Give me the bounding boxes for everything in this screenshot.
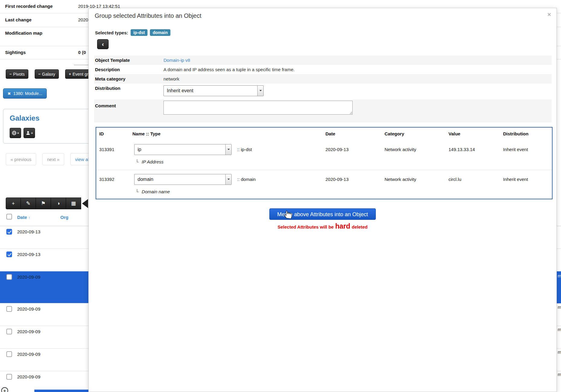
field-label: Object Template bbox=[95, 58, 130, 63]
date-header-label: Date bbox=[17, 215, 27, 220]
id-header: ID bbox=[99, 131, 104, 136]
hard-delete-warning: Selected Attributes will be hard deleted bbox=[89, 222, 556, 230]
edit-icon: ✎ bbox=[26, 200, 30, 207]
attribute-name-value: ip bbox=[138, 147, 141, 152]
group-attributes-modal: Group selected Attributes into an Object… bbox=[88, 8, 557, 392]
row-checkbox[interactable] bbox=[6, 251, 12, 257]
add-icon: + bbox=[12, 201, 15, 207]
org-column-header[interactable]: Org bbox=[60, 215, 68, 220]
org-text-sliver: m bbox=[558, 327, 561, 332]
tree-corner-icon: └ bbox=[135, 189, 139, 194]
field-label: Distribution bbox=[95, 86, 120, 91]
attribute-type-suffix: :: ip-dst bbox=[237, 147, 252, 152]
field-distribution: Distribution Inherit event bbox=[94, 84, 552, 100]
galaxies-title: Galaxies bbox=[10, 114, 40, 122]
previous-page-button[interactable]: « previous bbox=[6, 153, 36, 165]
date-column-header[interactable]: Date ↑ bbox=[17, 215, 30, 220]
close-icon[interactable]: × bbox=[547, 11, 551, 17]
category-header: Category bbox=[385, 131, 404, 136]
row-date: 2020-09-13 bbox=[17, 229, 40, 234]
comment-textarea[interactable] bbox=[163, 101, 353, 115]
select-all-checkbox[interactable] bbox=[6, 214, 12, 220]
type-badge-ip-dst: ip-dst bbox=[131, 29, 147, 36]
attributes-table-header: ID Name :: Type Date Category Value Dist… bbox=[96, 128, 552, 140]
type-badge-domain: domain bbox=[150, 29, 170, 36]
attribute-distribution: Inherit event bbox=[503, 147, 528, 152]
row-date: 2020-09-09 bbox=[17, 352, 40, 357]
add-local-galaxy-button[interactable]: + bbox=[24, 128, 35, 138]
row-checkbox[interactable] bbox=[6, 329, 12, 334]
minus-icon: − bbox=[9, 72, 12, 76]
info-label: Sightings bbox=[5, 50, 26, 55]
field-value: network bbox=[163, 76, 179, 81]
attribute-date: 2020-09-13 bbox=[325, 147, 349, 152]
next-page-button[interactable]: next » bbox=[42, 153, 64, 165]
attribute-name-select[interactable]: ip bbox=[134, 144, 232, 155]
add-attribute-inline-button[interactable]: + bbox=[1, 387, 8, 392]
close-icon[interactable]: ✖ bbox=[8, 91, 11, 96]
add-attribute-button[interactable]: + bbox=[6, 198, 21, 209]
org-text-sliver: m bbox=[558, 305, 561, 310]
row-checkbox[interactable] bbox=[6, 351, 12, 357]
field-value: A domain and IP address seen as a tuple … bbox=[163, 67, 295, 72]
person-icon bbox=[26, 131, 30, 135]
plus-icon: + bbox=[31, 131, 33, 135]
field-comment: Comment bbox=[94, 100, 552, 122]
attribute-description-text: IP Address bbox=[142, 159, 163, 164]
row-checkbox[interactable] bbox=[6, 274, 12, 280]
attribute-name-value: domain bbox=[138, 177, 153, 182]
pivot-module-pill[interactable]: ✖ 1380: Module... bbox=[3, 88, 47, 99]
attribute-distribution: Inherit event bbox=[503, 177, 528, 182]
merge-button-row: Merge above Attributes into an Object bbox=[89, 208, 556, 220]
info-label: Last change bbox=[5, 17, 32, 22]
org-text-sliver: m bbox=[558, 273, 561, 278]
attribute-value: 149.13.33.14 bbox=[448, 147, 475, 152]
attribute-category: Network activity bbox=[385, 177, 416, 182]
chevron-down-icon[interactable] bbox=[225, 144, 231, 155]
pivot-module-label: 1380: Module... bbox=[13, 91, 43, 96]
attribute-id: 313392 bbox=[99, 177, 114, 182]
sort-arrow-icon: ↑ bbox=[28, 215, 30, 220]
back-button[interactable]: ‹ bbox=[97, 39, 109, 49]
attribute-date: 2020-09-13 bbox=[325, 177, 349, 182]
minus-icon: − bbox=[38, 72, 41, 76]
globe-icon bbox=[12, 131, 17, 135]
chevron-down-icon[interactable] bbox=[225, 174, 231, 185]
tag-attribute-button[interactable]: ⚑ bbox=[36, 198, 51, 209]
object-template-link[interactable]: Domain-ip v8 bbox=[163, 58, 190, 63]
chevron-down-icon[interactable] bbox=[257, 86, 263, 96]
selected-row-edge bbox=[34, 390, 88, 392]
row-checkbox[interactable] bbox=[6, 374, 12, 380]
warning-emphasis: hard bbox=[335, 222, 350, 230]
row-date: 2020-09-09 bbox=[17, 329, 40, 334]
info-label: Modification map bbox=[5, 30, 42, 36]
gallery-button[interactable]: ▦ bbox=[66, 198, 81, 209]
edit-attribute-button[interactable]: ✎ bbox=[21, 198, 36, 209]
org-text-sliver: m bbox=[558, 349, 561, 355]
info-value: 0 (0 bbox=[78, 50, 86, 55]
galaxy-toggle-button[interactable]: − Galaxy bbox=[35, 69, 59, 79]
plus-icon: + bbox=[17, 131, 19, 135]
row-checkbox[interactable] bbox=[6, 306, 12, 312]
distribution-select[interactable]: Inherit event bbox=[163, 85, 264, 96]
attribute-description: └ Domain name bbox=[135, 189, 170, 194]
sighting-button[interactable]: ◑ bbox=[51, 198, 66, 209]
plus-icon: + bbox=[3, 388, 6, 392]
attributes-table: ID Name :: Type Date Category Value Dist… bbox=[96, 127, 553, 199]
add-galaxy-button[interactable]: + bbox=[10, 128, 21, 138]
pivots-toggle-button[interactable]: − Pivots bbox=[6, 69, 28, 79]
modification-sparkline bbox=[74, 65, 88, 65]
date-header: Date bbox=[325, 131, 335, 136]
hand-cursor-icon bbox=[283, 210, 292, 219]
field-label: Meta category bbox=[95, 76, 125, 81]
attribute-merge-row: 313391 ip :: ip-dst 2020-09-13 Network a… bbox=[96, 140, 552, 170]
row-checkbox[interactable] bbox=[6, 229, 12, 235]
pagination: « previous next » view al bbox=[6, 153, 98, 165]
attribute-toolbar: + ✎ ⚑ ◑ ▦ bbox=[6, 198, 81, 209]
attribute-category: Network activity bbox=[385, 147, 416, 152]
row-date: 2020-09-13 bbox=[17, 252, 40, 257]
selected-types-row: Selected types: ip-dst domain bbox=[95, 29, 170, 36]
attribute-value: circl.lu bbox=[448, 177, 461, 182]
attribute-name-select[interactable]: domain bbox=[134, 174, 232, 185]
value-header: Value bbox=[448, 131, 460, 136]
